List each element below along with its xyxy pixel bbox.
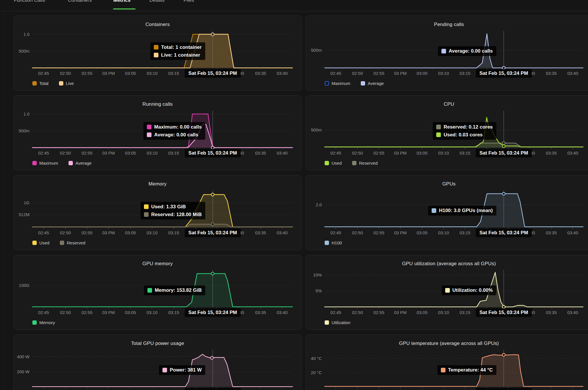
x-axis-label: 02:45 (330, 151, 341, 155)
tooltip-swatch-icon (162, 368, 167, 372)
tooltip-row: Maximum: 0.00 calls (147, 124, 201, 130)
legend-item-h100[interactable]: H100 (325, 240, 342, 245)
legend-item-used[interactable]: Used (325, 161, 342, 166)
legend-label: Maximum (39, 161, 58, 166)
legend-item-average[interactable]: Average (69, 161, 92, 166)
tooltip-text: H100: 3.0 GPUs (mean) (439, 208, 493, 213)
tooltip-row: Temperature: 44 °C (441, 367, 493, 373)
tooltip-row: Live: 1 container (154, 52, 201, 58)
y-axis-label: 100G (14, 283, 29, 288)
tooltip-swatch-icon (147, 125, 151, 129)
legend-label: Used (332, 161, 342, 166)
x-axis-label: 03:35 (255, 151, 266, 155)
x-axis-label: 02:55 (82, 230, 93, 235)
x-axis-label: 03:10 (147, 230, 158, 235)
x-axis-label: 03:05 (125, 151, 136, 155)
chart-card-gpu-memory: GPU memory 100G02:4502:5002:5503 PM03:05… (14, 255, 302, 330)
x-axis-label: 03:35 (546, 230, 557, 235)
x-axis-label: 02:50 (352, 151, 363, 155)
legend-swatch-icon (69, 161, 73, 165)
x-axis-label: 03:35 (255, 230, 266, 235)
legend-label: Live (66, 81, 74, 86)
legend-item-reserved[interactable]: Reserved (352, 161, 378, 166)
x-axis-label: 03:40 (277, 230, 288, 235)
legend-item-live[interactable]: Live (59, 81, 74, 86)
tab-containers[interactable]: Containers (68, 0, 92, 3)
legend-label: Used (39, 240, 49, 245)
legend-swatch-icon (59, 81, 63, 86)
chart-card-pending-calls: Pending calls 500m02:4502:5002:5503 PM03… (306, 16, 588, 91)
x-axis-label: 03:10 (438, 230, 449, 235)
x-axis-label: 03:40 (277, 310, 288, 315)
legend-swatch-icon (32, 161, 37, 165)
x-axis-label: 03 PM (394, 151, 406, 155)
legend-item-maximum[interactable]: Maximum (32, 161, 58, 166)
chart-legend: Utilization (325, 320, 350, 325)
chart-card-memory: Memory 1G512M02:4502:5002:5503 PM03:0503… (14, 175, 302, 250)
y-axis-label: 5% (306, 288, 322, 293)
tab-function-calls[interactable]: Function Calls (14, 0, 45, 3)
legend-item-used[interactable]: Used (32, 240, 49, 245)
chart-card-gpu-utilization: GPU utilization (average across all GPUs… (306, 255, 588, 330)
crosshair-date-tooltip: Sat Feb 15, 03:24 PM (476, 229, 532, 237)
x-axis-label: 02:50 (60, 71, 71, 76)
tab-metrics[interactable]: Metrics (113, 0, 131, 3)
chart-legend: UsedReserved (32, 240, 85, 245)
legend-swatch-icon (325, 161, 329, 165)
series-tooltip: Utilization: 0.00% (442, 285, 496, 295)
tab-details[interactable]: Details (149, 0, 164, 3)
x-axis-label: 02:55 (82, 71, 93, 76)
x-axis-label: 02:55 (82, 310, 93, 315)
tooltip-swatch-icon (441, 368, 445, 372)
chart-card-gpu-temperature: GPU temperature (average across all GPUs… (306, 335, 588, 390)
legend-item-memory[interactable]: Memory (32, 320, 55, 325)
x-axis-label: 03:05 (417, 310, 428, 315)
chart-title: GPU temperature (average across all GPUs… (306, 341, 588, 346)
crosshair-date-tooltip: Sat Feb 15, 03:24 PM (185, 388, 241, 390)
x-axis-label: 03:10 (438, 151, 449, 155)
legend-label: Reserved (67, 240, 85, 245)
tab-files[interactable]: Files (184, 0, 194, 3)
x-axis-label: 03:10 (438, 310, 449, 315)
x-axis-label: 02:50 (60, 310, 71, 315)
x-axis-label: 02:45 (38, 151, 49, 155)
x-axis-label: 02:55 (373, 310, 384, 315)
legend-label: H100 (332, 240, 342, 245)
legend-label: Total (39, 81, 49, 86)
chart-card-gpu-power: Total GPU power usage 400 W200 W02:4502:… (14, 335, 302, 390)
tooltip-swatch-icon (445, 288, 450, 293)
x-axis-label: 03 PM (102, 151, 115, 155)
legend-swatch-icon (32, 81, 37, 86)
legend-item-maximum[interactable]: Maximum (325, 81, 350, 86)
x-axis-label: 03:35 (255, 310, 266, 315)
crosshair-date-tooltip: Sat Feb 15, 03:24 PM (185, 149, 241, 157)
x-axis-label: 03:35 (546, 71, 557, 76)
x-axis-label: 03:05 (417, 230, 428, 235)
crosshair-date-tooltip: Sat Feb 15, 03:24 PM (476, 149, 532, 157)
legend-item-total[interactable]: Total (32, 81, 49, 86)
chart-title: Total GPU power usage (14, 341, 301, 346)
x-axis-label: 02:55 (82, 151, 93, 155)
x-axis-label: 03:40 (567, 151, 578, 155)
legend-item-utilization[interactable]: Utilization (325, 320, 350, 325)
legend-item-reserved[interactable]: Reserved (60, 240, 85, 245)
x-axis-label: 03:35 (546, 310, 557, 315)
tooltip-swatch-icon (436, 133, 441, 137)
tooltip-row: Average: 0.00 calls (147, 132, 201, 138)
series-tooltip: Maximum: 0.00 callsAverage: 0.00 calls (143, 122, 205, 140)
x-axis-label: 02:45 (330, 310, 341, 315)
legend-item-average[interactable]: Average (361, 81, 384, 86)
y-axis-label: 2.0 (306, 202, 322, 207)
chart-title: Memory (14, 181, 301, 187)
legend-swatch-icon (325, 320, 329, 325)
legend-swatch-icon (325, 81, 329, 86)
crosshair-date-tooltip: Sat Feb 15, 03:24 PM (476, 69, 532, 78)
series-tooltip: Temperature: 44 °C (437, 365, 496, 375)
x-axis-label: 02:45 (38, 71, 49, 76)
chart-card-running-calls: Running calls 1.0500m02:4502:5002:5503 P… (14, 95, 302, 170)
legend-swatch-icon (32, 320, 37, 325)
tooltip-text: Reserved: 128.00 MiB (151, 212, 202, 218)
series-tooltip: Average: 0.00 calls (438, 46, 496, 56)
crosshair-date-tooltip: Sat Feb 15, 03:24 PM (476, 388, 532, 390)
x-axis-label: 03 PM (394, 310, 406, 315)
